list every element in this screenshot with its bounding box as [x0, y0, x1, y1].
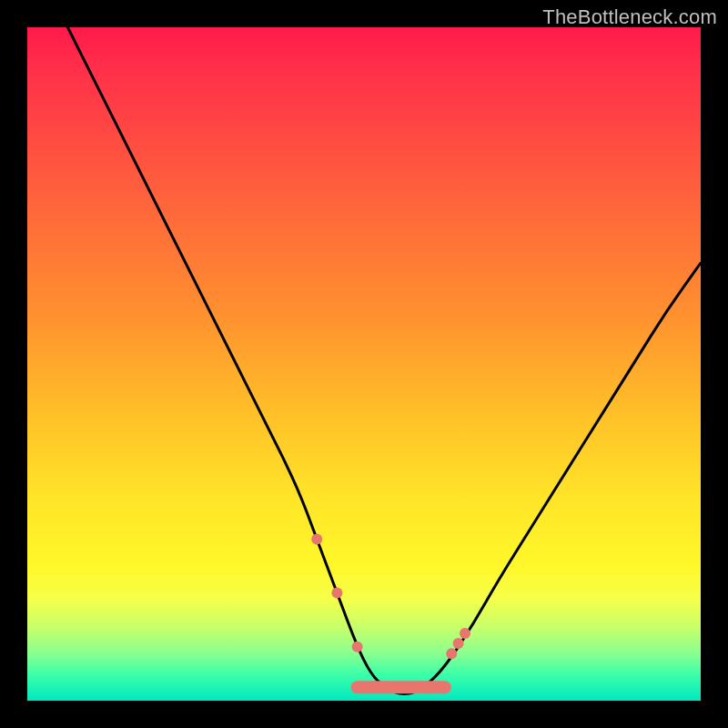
- curve-markers: [311, 533, 470, 659]
- watermark-text: TheBottleneck.com: [542, 5, 717, 29]
- curve-marker: [446, 648, 457, 659]
- curve-layer: [27, 27, 701, 701]
- curve-marker: [331, 588, 342, 599]
- curve-marker: [311, 533, 322, 544]
- bottleneck-curve: [67, 27, 701, 694]
- curve-marker: [453, 638, 464, 649]
- plot-area: [27, 27, 701, 701]
- chart-outer-frame: TheBottleneck.com: [0, 0, 728, 728]
- curve-marker: [352, 642, 363, 652]
- curve-marker: [460, 628, 470, 639]
